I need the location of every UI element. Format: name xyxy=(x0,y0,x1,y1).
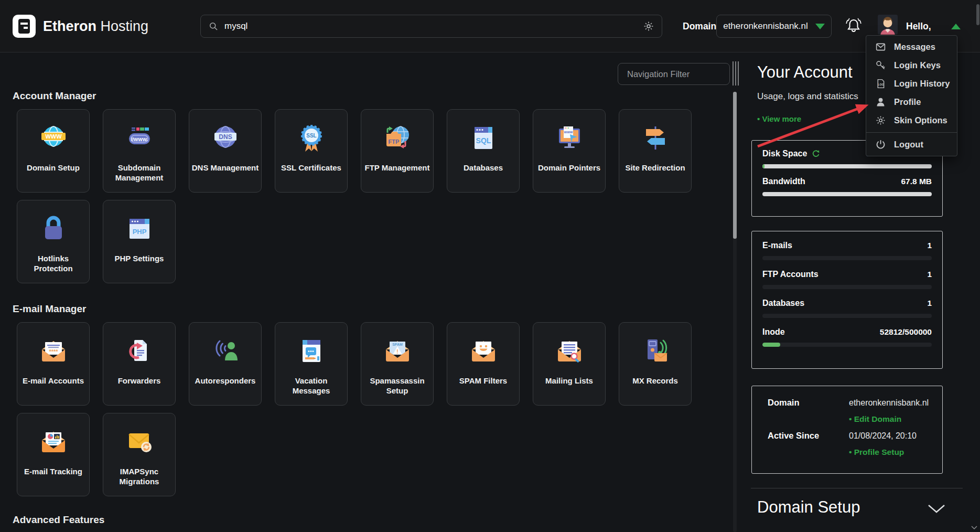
svg-text:!: ! xyxy=(396,349,398,355)
refresh-icon[interactable] xyxy=(811,149,821,158)
collapse-chevron-icon[interactable] xyxy=(927,504,946,516)
tile-ssl-certificates[interactable]: SSLSSL Certificates xyxy=(275,109,348,193)
stat-label: Inode xyxy=(762,327,785,337)
svg-text:PHP: PHP xyxy=(132,228,146,236)
sidebar-subtitle: Usage, logs and statistics xyxy=(757,91,858,102)
progress-fill xyxy=(762,164,764,168)
domain-label: Domain xyxy=(683,0,716,52)
domain-selector-value: etheronkennisbank.nl xyxy=(723,21,808,31)
tile-label: Databases xyxy=(461,163,505,173)
tile-label: FTP Management xyxy=(363,163,432,173)
tile-domain-setup[interactable]: WWWDomain Setup xyxy=(17,109,90,193)
menu-item-skin-options[interactable]: Skin Options xyxy=(866,111,957,130)
broadcast-person-icon xyxy=(209,334,242,368)
tile-hotlinks-protection[interactable]: Hotlinks Protection xyxy=(17,200,90,283)
globe-www-icon: WWW xyxy=(37,121,70,155)
tile-databases[interactable]: SQLDatabases xyxy=(447,109,520,193)
navigation-filter-input[interactable] xyxy=(618,63,730,85)
search-settings-gear-icon[interactable] xyxy=(643,20,654,32)
tile-e-mail-accounts[interactable]: ****E-mail Accounts xyxy=(17,322,90,406)
stat-label: E-mails xyxy=(762,241,792,250)
stats-panel: E-mails1FTP Accounts1Databases1Inode5281… xyxy=(751,231,943,369)
stat-inode: Inode52812/500000 xyxy=(762,327,932,347)
link-profile-setup[interactable]: • Profile Setup xyxy=(849,448,932,457)
chevron-down-icon xyxy=(815,24,825,29)
svg-text:****: **** xyxy=(49,348,58,355)
stat-value: 1 xyxy=(927,299,932,308)
link-label: Edit Domain xyxy=(854,414,901,423)
tile-e-mail-tracking[interactable]: E-mail Tracking xyxy=(17,413,90,496)
tile-label: E-mail Accounts xyxy=(20,376,86,386)
domain-row-active-since: Active Since01/08/2024, 20:10 xyxy=(768,431,932,441)
svg-text:WWW: WWW xyxy=(564,131,573,134)
view-more-link[interactable]: • View more xyxy=(757,114,801,123)
menu-item-messages[interactable]: Messages xyxy=(866,38,957,56)
bullet: • xyxy=(849,448,854,456)
tile-spam-filters[interactable]: SPAM Filters xyxy=(447,322,520,406)
tile-mailing-lists[interactable]: Mailing Lists xyxy=(533,322,606,406)
menu-item-label: Logout xyxy=(894,140,923,150)
menu-item-profile[interactable]: Profile xyxy=(866,93,957,111)
link-edit-domain[interactable]: • Edit Domain xyxy=(849,414,932,424)
svg-text:SSL: SSL xyxy=(306,133,316,139)
tile-mx-records[interactable]: MX Records xyxy=(619,322,692,406)
domain-row-value: etheronkennisbank.nl xyxy=(849,398,932,408)
tile-ftp-management[interactable]: FTPFTP Management xyxy=(361,109,434,193)
brand-logo[interactable]: Etheron Hosting xyxy=(13,15,148,38)
domain-panel: Domainetheronkennisbank.nl• Edit DomainA… xyxy=(751,386,943,474)
tile-php-settings[interactable]: PHPPHP Settings xyxy=(103,200,176,283)
tile-dns-management[interactable]: DNSDNS Management xyxy=(189,109,262,193)
content-scrollbar-thumb[interactable] xyxy=(733,92,737,239)
tile-domain-pointers[interactable]: WWWDomain Pointers xyxy=(533,109,606,193)
page-scrollbar-thumb[interactable] xyxy=(976,4,979,25)
tile-label: IMAPSync Migrations xyxy=(103,467,175,487)
stat-label: Databases xyxy=(762,299,804,308)
tile-label: PHP Settings xyxy=(113,254,166,264)
stat-bandwidth: Bandwidth67.8 MB xyxy=(762,177,932,196)
user-avatar[interactable] xyxy=(878,15,898,35)
menu-item-label: Login History xyxy=(894,79,950,89)
panel-resize-grip[interactable] xyxy=(733,61,739,86)
padlock-icon xyxy=(37,212,70,246)
menu-item-login-keys[interactable]: Login Keys xyxy=(866,56,957,75)
topbar: Etheron Hosting Domain etheronkennisbank… xyxy=(0,0,980,52)
svg-text:WWW: WWW xyxy=(45,133,62,140)
mail-server-icon xyxy=(639,334,672,368)
domain-selector[interactable]: etheronkennisbank.nl xyxy=(716,15,832,38)
link-label: Profile Setup xyxy=(854,448,904,456)
tile-vacation-messages[interactable]: Vacation Messages xyxy=(275,322,348,406)
chevron-up-icon[interactable] xyxy=(951,24,961,29)
tile-label: Mailing Lists xyxy=(543,376,595,386)
progress-fill xyxy=(762,343,780,347)
skin-options-icon xyxy=(875,115,886,126)
forward-document-icon xyxy=(123,334,156,368)
menu-item-logout[interactable]: Logout xyxy=(866,135,957,154)
sync-envelope-icon xyxy=(123,425,156,459)
menu-item-login-history[interactable]: LOGLogin History xyxy=(866,75,957,93)
dns-globe-icon: DNS xyxy=(209,121,242,155)
tile-site-redirection[interactable]: Site Redirection xyxy=(619,109,692,193)
stat-databases: Databases1 xyxy=(762,299,932,318)
report-envelope-icon xyxy=(37,425,70,459)
tile-label: Hotlinks Protection xyxy=(17,254,89,274)
tile-label: Site Redirection xyxy=(623,163,687,173)
tile-label: Domain Pointers xyxy=(536,163,602,173)
domain-row-value: 01/08/2024, 20:10 xyxy=(849,431,932,441)
sidebar-title: Your Account xyxy=(757,63,853,82)
section-title: Advanced Features xyxy=(13,514,709,526)
tile-label: Domain Setup xyxy=(25,163,82,173)
section-title: E-mail Manager xyxy=(13,303,709,315)
svg-text:DNS: DNS xyxy=(219,133,232,141)
tile-imapsync-migrations[interactable]: IMAPSync Migrations xyxy=(103,413,176,496)
page-scrollbar xyxy=(976,0,979,532)
tile-autoresponders[interactable]: Autoresponders xyxy=(189,322,262,406)
scroll-down-chevron-icon[interactable] xyxy=(971,526,977,530)
progress-bar xyxy=(762,256,932,260)
search-input[interactable] xyxy=(224,21,637,31)
tile-spamassassin-setup[interactable]: SPAM!Spamassassin Setup xyxy=(361,322,434,406)
tile-forwarders[interactable]: Forwarders xyxy=(103,322,176,406)
spam-warning-envelope-icon: SPAM! xyxy=(381,334,414,368)
tile-subdomain-management[interactable]: //WWW.Subdomain Management xyxy=(103,109,176,193)
stat-value: 67.8 MB xyxy=(901,177,932,186)
notifications-bell-icon[interactable] xyxy=(843,16,864,37)
